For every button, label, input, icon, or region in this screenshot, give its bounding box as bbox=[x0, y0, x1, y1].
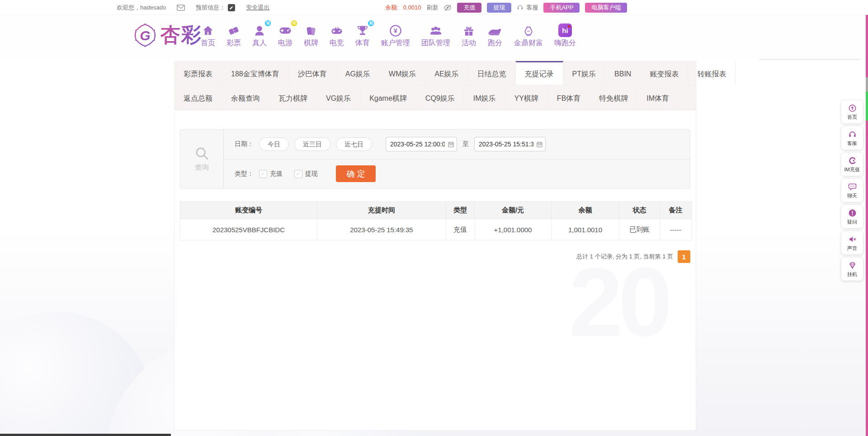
search-icon bbox=[194, 146, 210, 161]
live-person-icon: N bbox=[253, 23, 266, 37]
tab-shaba-sport[interactable]: 沙巴体育 bbox=[289, 61, 336, 85]
col-header-time: 充提时间 bbox=[317, 202, 446, 219]
cell-record-type: 充值 bbox=[446, 219, 475, 240]
tab-lottery-report[interactable]: 彩票报表 bbox=[175, 61, 222, 85]
tab-cq9[interactable]: CQ9娱乐 bbox=[416, 85, 464, 109]
tab-wm[interactable]: WM娱乐 bbox=[380, 61, 425, 85]
table-row: 20230525VBBFJCBIDC 2023-05-25 15:49:35 充… bbox=[180, 219, 692, 240]
tab-kgame[interactable]: Kgame棋牌 bbox=[360, 85, 416, 109]
logout-link[interactable]: 安全退出 bbox=[246, 4, 269, 12]
tab-balance-query[interactable]: 余额查询 bbox=[222, 85, 269, 109]
nav-item-activity[interactable]: 活动 bbox=[462, 23, 476, 48]
eye-off-icon[interactable] bbox=[443, 4, 452, 12]
balance-value: 0.0010 bbox=[403, 4, 421, 11]
chat-bubble-icon bbox=[848, 182, 857, 191]
nav-item-hipaofen[interactable]: hi 嗨跑分 bbox=[554, 23, 576, 48]
bottom-edge-bar bbox=[0, 434, 171, 436]
quick-today-button[interactable]: 今日 bbox=[259, 137, 289, 151]
pagination: 总计 1 个记录, 分为 1 页, 当前第 1 页 1 bbox=[175, 250, 690, 263]
sidebar-item-home-top[interactable]: 首页 bbox=[841, 100, 863, 123]
nav-item-team[interactable]: 团队管理 bbox=[421, 23, 450, 48]
date-to-input[interactable] bbox=[474, 137, 546, 151]
recharge-checkbox[interactable] bbox=[259, 170, 267, 178]
scrollbar-thumb[interactable] bbox=[866, 92, 868, 121]
pagination-summary: 总计 1 个记录, 分为 1 页, 当前第 1 页 bbox=[576, 253, 673, 261]
cell-record-id: 20230525VBBFJCBIDC bbox=[180, 219, 317, 240]
scrollbar-track[interactable] bbox=[866, 15, 868, 436]
tab-temian-boardgame[interactable]: 特免棋牌 bbox=[590, 85, 637, 109]
quick-3days-button[interactable]: 近三日 bbox=[294, 137, 330, 151]
tab-wali-boardgame[interactable]: 瓦力棋牌 bbox=[269, 85, 317, 109]
tab-ae[interactable]: AE娱乐 bbox=[425, 61, 468, 85]
tab-yy-boardgame[interactable]: YY棋牌 bbox=[505, 85, 548, 109]
mobile-app-button[interactable]: 手机APP bbox=[543, 3, 580, 13]
recharge-checkbox-label: 充值 bbox=[270, 170, 283, 178]
mail-icon[interactable] bbox=[177, 5, 185, 11]
col-header-status: 状态 bbox=[619, 202, 660, 219]
refresh-button[interactable]: 刷新 bbox=[426, 4, 438, 12]
tab-fb-sport[interactable]: FB体育 bbox=[548, 85, 590, 109]
tab-ag[interactable]: AG娱乐 bbox=[336, 61, 380, 85]
col-header-amount: 金额/元 bbox=[475, 202, 552, 219]
page-1-button[interactable]: 1 bbox=[678, 250, 690, 263]
tab-bbin[interactable]: BBIN bbox=[605, 61, 641, 85]
pc-client-button[interactable]: 电脑客户端 bbox=[585, 3, 627, 13]
tab-pt[interactable]: PT娱乐 bbox=[563, 61, 605, 85]
col-header-type: 类型 bbox=[446, 202, 475, 219]
tab-transfer-report[interactable]: 转账报表 bbox=[688, 61, 736, 85]
topbar: 欢迎您，hadesado 预留信息： 安全退出 余额: 0.0010 刷新 充值 bbox=[0, 0, 868, 15]
col-header-balance: 余额 bbox=[552, 202, 619, 219]
tab-188-sport[interactable]: 188金宝博体育 bbox=[222, 61, 289, 85]
rhino-icon bbox=[487, 23, 503, 37]
nav-item-account[interactable]: ¥ 账户管理 bbox=[381, 23, 410, 48]
cell-record-amount: +1,001.0000 bbox=[475, 219, 552, 240]
calendar-icon[interactable] bbox=[536, 141, 543, 148]
gift-icon bbox=[463, 23, 475, 37]
recharge-button[interactable]: 充值 bbox=[457, 3, 481, 13]
withdraw-button[interactable]: 提现 bbox=[487, 3, 511, 13]
site-logo[interactable]: G 杏彩 bbox=[132, 22, 202, 48]
new-badge: N bbox=[264, 20, 271, 27]
tab-deposit-withdraw-records[interactable]: 充提记录 bbox=[516, 61, 563, 85]
welcome-text: 欢迎您，hadesado bbox=[117, 4, 166, 12]
nav-item-live[interactable]: N 真人 bbox=[252, 23, 267, 48]
date-to-label: 至 bbox=[462, 140, 469, 148]
site-header: G 杏彩 首页 彩票 N 真人 bbox=[0, 15, 868, 59]
tab-im[interactable]: IM娱乐 bbox=[464, 85, 505, 109]
nav-item-lottery[interactable]: 彩票 bbox=[226, 23, 241, 48]
edit-pencil-icon[interactable] bbox=[228, 4, 235, 11]
treasure-vase-icon bbox=[523, 23, 534, 37]
sidebar-item-sound[interactable]: 声音 bbox=[841, 231, 863, 254]
logo-text: 杏彩 bbox=[160, 22, 202, 48]
ticket-icon bbox=[227, 23, 240, 37]
tab-vg[interactable]: VG娱乐 bbox=[317, 85, 360, 109]
nav-item-home[interactable]: 首页 bbox=[201, 23, 215, 48]
nav-item-boardgames[interactable]: 棋牌 bbox=[304, 23, 318, 48]
quick-7days-button[interactable]: 近七日 bbox=[336, 137, 372, 151]
nav-item-esports[interactable]: 电竞 bbox=[330, 23, 344, 48]
nav-item-paofen[interactable]: 跑分 bbox=[487, 23, 503, 48]
nav-item-jinding[interactable]: 金鼎财富 bbox=[514, 23, 543, 48]
tab-daily-summary[interactable]: 日结总览 bbox=[468, 61, 516, 85]
sidebar-item-service[interactable]: 客服 bbox=[841, 127, 863, 150]
calendar-icon[interactable] bbox=[448, 141, 454, 148]
type-label: 类型： bbox=[235, 170, 254, 178]
tab-account-change-report[interactable]: 账变报表 bbox=[641, 61, 688, 85]
sidebar-item-question[interactable]: 疑问 bbox=[841, 205, 863, 228]
sidebar-item-chat[interactable]: 聊天 bbox=[841, 179, 863, 202]
hi-app-icon: hi bbox=[558, 23, 572, 37]
exclamation-circle-icon bbox=[848, 208, 857, 217]
sidebar-item-idle[interactable]: 挂机 bbox=[841, 258, 863, 281]
tab-rebate-total[interactable]: 返点总额 bbox=[175, 85, 222, 109]
nav-item-egames[interactable]: H 电游 bbox=[278, 23, 292, 48]
nav-item-sports[interactable]: N 体育 bbox=[355, 23, 370, 48]
esports-gamepad-icon bbox=[330, 23, 343, 37]
date-from-input[interactable] bbox=[386, 137, 457, 151]
withdraw-checkbox[interactable] bbox=[294, 170, 302, 178]
col-header-id: 账变编号 bbox=[180, 202, 317, 219]
sidebar-item-im-recharge[interactable]: IM充值 bbox=[841, 153, 863, 176]
tab-im-sport[interactable]: IM体育 bbox=[637, 85, 679, 109]
back-to-top-icon bbox=[848, 103, 857, 113]
customer-service-link[interactable]: 客服 bbox=[517, 4, 538, 12]
submit-button[interactable]: 确 定 bbox=[336, 165, 376, 182]
